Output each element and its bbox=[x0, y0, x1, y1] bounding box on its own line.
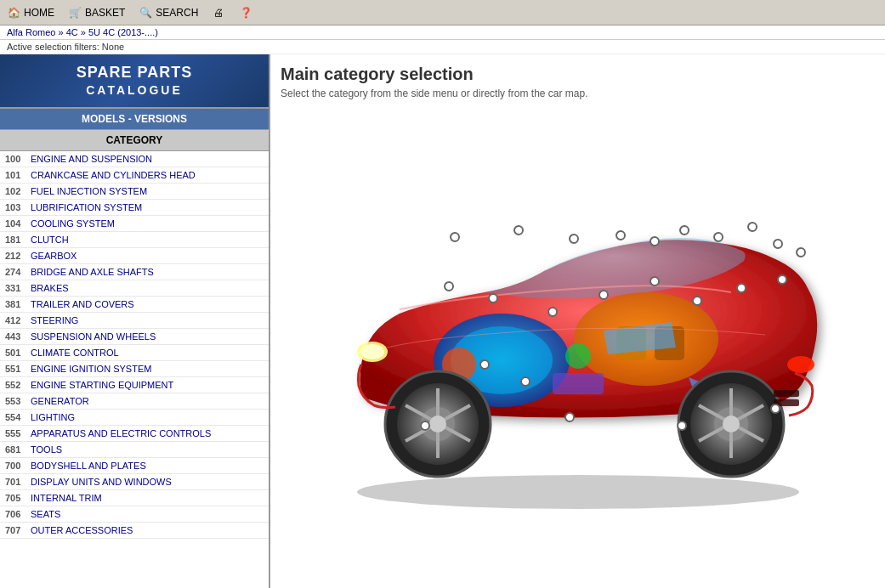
sidebar: SPARE PARTS CATALOGUE MODELS - VERSIONS … bbox=[0, 54, 270, 588]
category-item-102[interactable]: 102FUEL INJECTION SYSTEM bbox=[0, 184, 269, 200]
category-number: 705 bbox=[5, 493, 31, 503]
hotspot-17[interactable] bbox=[736, 283, 746, 293]
category-item-104[interactable]: 104COOLING SYSTEM bbox=[0, 216, 269, 232]
category-item-381[interactable]: 381TRAILER AND COVERS bbox=[0, 297, 269, 313]
print-button[interactable] bbox=[212, 6, 225, 20]
category-name: CLIMATE CONTROL bbox=[31, 348, 119, 358]
category-name: TOOLS bbox=[31, 444, 62, 455]
basket-label: BASKET bbox=[85, 7, 125, 19]
category-number: 701 bbox=[5, 477, 31, 487]
category-name: ENGINE IGNITION SYSTEM bbox=[31, 364, 151, 374]
category-item-554[interactable]: 554LIGHTING bbox=[0, 410, 269, 426]
main-layout: SPARE PARTS CATALOGUE MODELS - VERSIONS … bbox=[0, 54, 885, 588]
svg-point-24 bbox=[360, 344, 384, 359]
category-item-705[interactable]: 705INTERNAL TRIM bbox=[0, 490, 269, 506]
category-number: 443 bbox=[5, 331, 31, 342]
hotspot-9[interactable] bbox=[773, 239, 783, 249]
hotspot-1[interactable] bbox=[450, 232, 460, 242]
category-item-707[interactable]: 707OUTER ACCESSORIES bbox=[0, 523, 269, 539]
hotspot-4[interactable] bbox=[616, 230, 626, 240]
category-number: 100 bbox=[5, 154, 31, 164]
svg-point-7 bbox=[565, 343, 591, 369]
basket-button[interactable]: BASKET bbox=[68, 6, 125, 20]
help-icon bbox=[239, 6, 252, 20]
hotspot-15[interactable] bbox=[650, 276, 660, 286]
category-name: LIGHTING bbox=[31, 412, 75, 422]
category-name: APPARATUS AND ELECTRIC CONTROLS bbox=[31, 428, 211, 438]
sidebar-models-header[interactable]: MODELS - VERSIONS bbox=[0, 109, 269, 129]
category-item-700[interactable]: 700BODYSHELL AND PLATES bbox=[0, 458, 269, 474]
category-name: ENGINE AND SUSPENSION bbox=[31, 154, 152, 164]
hotspot-16[interactable] bbox=[692, 296, 702, 306]
category-item-101[interactable]: 101CRANKCASE AND CYLINDERS HEAD bbox=[0, 167, 269, 184]
category-number: 681 bbox=[5, 444, 31, 455]
category-name: COOLING SYSTEM bbox=[31, 218, 115, 229]
hotspot-24[interactable] bbox=[770, 404, 780, 414]
hotspot-18[interactable] bbox=[777, 274, 787, 285]
help-button[interactable] bbox=[239, 6, 252, 20]
active-filters: Active selection filters: None bbox=[0, 40, 885, 54]
hotspot-3[interactable] bbox=[569, 234, 579, 244]
hotspot-23[interactable] bbox=[677, 421, 687, 431]
category-name: BRAKES bbox=[31, 283, 69, 293]
category-name: GEARBOX bbox=[31, 251, 77, 261]
category-name: GENERATOR bbox=[31, 396, 89, 406]
hotspot-22[interactable] bbox=[564, 412, 575, 422]
basket-icon bbox=[68, 6, 82, 20]
category-name: INTERNAL TRIM bbox=[31, 493, 102, 503]
category-item-100[interactable]: 100ENGINE AND SUSPENSION bbox=[0, 151, 269, 167]
category-number: 274 bbox=[5, 267, 31, 277]
category-name: CRANKCASE AND CYLINDERS HEAD bbox=[31, 170, 196, 180]
home-icon bbox=[7, 6, 20, 20]
logo-text: SPARE PARTS CATALOGUE bbox=[9, 63, 260, 99]
hotspot-10[interactable] bbox=[796, 247, 806, 257]
category-item-552[interactable]: 552ENGINE STARTING EQUIPMENT bbox=[0, 377, 269, 393]
category-item-443[interactable]: 443SUSPENSION AND WHEELS bbox=[0, 329, 269, 345]
hotspot-2[interactable] bbox=[513, 225, 524, 235]
hotspot-21[interactable] bbox=[420, 421, 430, 431]
category-item-331[interactable]: 331BRAKES bbox=[0, 280, 269, 297]
car-image bbox=[315, 161, 842, 517]
category-number: 104 bbox=[5, 218, 31, 229]
category-item-103[interactable]: 103LUBRIFICATION SYSTEM bbox=[0, 200, 269, 216]
svg-point-0 bbox=[357, 475, 799, 509]
search-button[interactable]: SEARCH bbox=[139, 6, 198, 20]
category-item-555[interactable]: 555APPARATUS AND ELECTRIC CONTROLS bbox=[0, 426, 269, 442]
home-button[interactable]: HOME bbox=[7, 6, 54, 20]
category-name: SEATS bbox=[31, 509, 60, 519]
hotspot-12[interactable] bbox=[488, 293, 498, 303]
hotspot-8[interactable] bbox=[747, 222, 757, 232]
category-item-701[interactable]: 701DISPLAY UNITS AND WINDOWS bbox=[0, 474, 269, 490]
svg-rect-8 bbox=[553, 373, 604, 394]
main-title: Main category selection bbox=[281, 65, 875, 84]
hotspot-5[interactable] bbox=[650, 236, 660, 246]
category-number: 103 bbox=[5, 202, 31, 212]
hotspot-11[interactable] bbox=[444, 281, 454, 291]
hotspot-13[interactable] bbox=[547, 307, 558, 317]
hotspot-7[interactable] bbox=[713, 232, 723, 242]
category-number: 551 bbox=[5, 364, 31, 374]
category-name: STEERING bbox=[31, 315, 78, 325]
car-map-container bbox=[281, 108, 875, 570]
category-number: 412 bbox=[5, 315, 31, 325]
category-item-553[interactable]: 553GENERATOR bbox=[0, 393, 269, 410]
category-item-412[interactable]: 412STEERING bbox=[0, 313, 269, 329]
hotspot-19[interactable] bbox=[479, 359, 490, 370]
category-item-706[interactable]: 706SEATS bbox=[0, 506, 269, 523]
category-item-274[interactable]: 274BRIDGE AND AXLE SHAFTS bbox=[0, 264, 269, 280]
category-number: 706 bbox=[5, 509, 31, 519]
category-item-501[interactable]: 501CLIMATE CONTROL bbox=[0, 345, 269, 361]
category-item-551[interactable]: 551ENGINE IGNITION SYSTEM bbox=[0, 361, 269, 377]
hotspot-6[interactable] bbox=[679, 225, 689, 235]
hotspot-14[interactable] bbox=[599, 290, 609, 300]
category-number: 501 bbox=[5, 348, 31, 358]
category-name: OUTER ACCESSORIES bbox=[31, 525, 133, 535]
category-item-681[interactable]: 681TOOLS bbox=[0, 442, 269, 458]
category-item-212[interactable]: 212GEARBOX bbox=[0, 248, 269, 264]
category-name: CLUTCH bbox=[31, 235, 69, 245]
category-number: 181 bbox=[5, 235, 31, 245]
category-number: 381 bbox=[5, 299, 31, 309]
hotspot-20[interactable] bbox=[520, 376, 530, 387]
category-item-181[interactable]: 181CLUTCH bbox=[0, 232, 269, 248]
category-name: LUBRIFICATION SYSTEM bbox=[31, 202, 142, 212]
